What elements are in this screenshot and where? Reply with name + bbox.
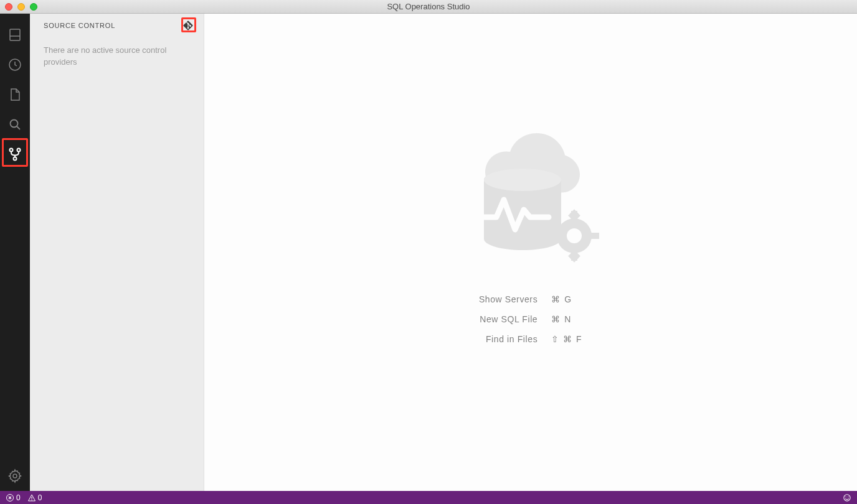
warning-count: 0	[38, 493, 42, 502]
git-init-action[interactable]	[182, 20, 194, 31]
sidebar-header: SOURCE CONTROL	[30, 14, 204, 36]
shortcut-label: Find in Files	[479, 334, 537, 344]
svg-point-23	[31, 499, 32, 500]
activity-search[interactable]	[0, 110, 30, 139]
welcome-logo	[450, 111, 612, 276]
gear-icon	[7, 469, 22, 483]
shortcut-keys: ⌘ G	[551, 294, 582, 304]
svg-point-5	[10, 149, 13, 152]
status-errors[interactable]: 0	[6, 493, 21, 502]
shortcut-label: Show Servers	[479, 294, 537, 304]
shortcut-label: New SQL File	[479, 314, 537, 324]
window-title: SQL Operations Studio	[0, 2, 857, 11]
svg-point-24	[844, 494, 850, 500]
status-feedback[interactable]	[843, 494, 851, 502]
welcome-shortcuts: Show Servers ⌘ G New SQL File ⌘ N Find i…	[479, 294, 582, 344]
activity-bar	[0, 14, 30, 491]
svg-line-4	[17, 126, 20, 129]
svg-point-6	[17, 149, 21, 152]
git-icon	[183, 21, 193, 30]
error-count: 0	[16, 493, 21, 502]
sidebar-empty-message: There are no active source control provi…	[30, 36, 204, 77]
minimize-window-button[interactable]	[17, 3, 25, 11]
maximize-window-button[interactable]	[30, 3, 37, 11]
editor-area: Show Servers ⌘ G New SQL File ⌘ N Find i…	[204, 14, 857, 491]
svg-rect-15	[549, 233, 558, 239]
svg-point-9	[13, 474, 17, 478]
svg-point-10	[484, 169, 561, 191]
svg-rect-16	[590, 233, 599, 239]
source-control-icon	[7, 147, 22, 162]
statusbar: 0 0	[0, 491, 857, 504]
smiley-icon	[843, 494, 851, 502]
window-controls	[5, 3, 37, 11]
close-window-button[interactable]	[5, 3, 12, 11]
sidebar: SOURCE CONTROL There are no active sourc…	[30, 14, 204, 491]
status-warnings[interactable]: 0	[28, 493, 42, 502]
activity-source-control[interactable]	[0, 139, 30, 169]
svg-point-25	[846, 497, 846, 497]
svg-point-3	[11, 120, 18, 128]
clock-icon	[7, 57, 22, 72]
shortcut-keys: ⇧ ⌘ F	[551, 334, 582, 344]
svg-point-26	[848, 497, 848, 497]
activity-servers[interactable]	[0, 20, 30, 50]
error-icon	[6, 494, 14, 502]
servers-icon	[7, 27, 22, 42]
svg-point-12	[567, 228, 582, 243]
activity-explorer[interactable]	[0, 80, 30, 110]
svg-rect-0	[10, 29, 20, 40]
activity-settings[interactable]	[0, 461, 30, 491]
shortcut-keys: ⌘ N	[551, 314, 582, 324]
titlebar: SQL Operations Studio	[0, 0, 857, 14]
svg-point-7	[14, 157, 17, 161]
warning-icon	[28, 494, 36, 502]
sidebar-title: SOURCE CONTROL	[44, 22, 115, 29]
search-icon	[7, 117, 22, 132]
activity-history[interactable]	[0, 50, 30, 80]
file-icon	[7, 87, 22, 102]
